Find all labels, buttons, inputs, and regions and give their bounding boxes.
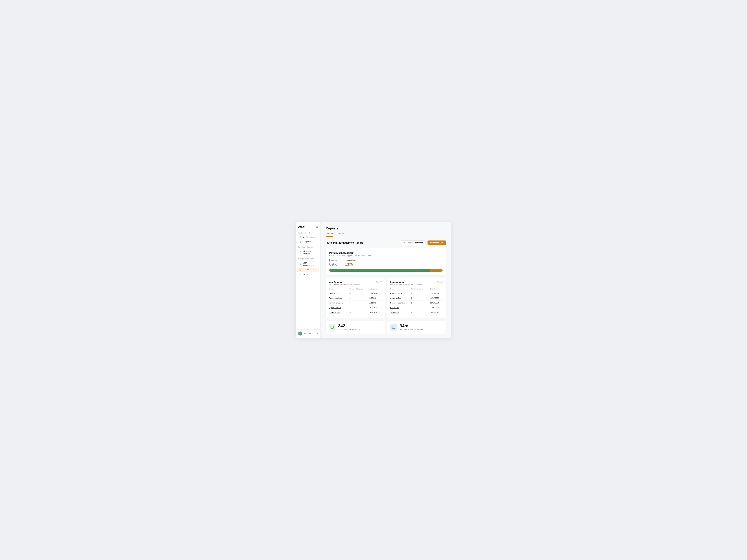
sidebar-toggle-icon[interactable]: ⊟ (316, 225, 318, 228)
least-engaged-subtitle: Participants with the least number of se… (390, 284, 443, 285)
most-engaged-table: Name Number of Session Last Session Frei… (329, 287, 382, 315)
participant-name[interactable]: Marina Branscome (329, 300, 350, 305)
col-last-most: Last Session (369, 287, 382, 291)
most-engaged-subtitle: Participants with the most number of ses… (329, 284, 382, 285)
participant-name[interactable]: Ryland Caraway (329, 305, 350, 310)
progress-bar-fill (329, 269, 430, 272)
table-row: Arlene McCoy 1 11/17/2024 (390, 296, 443, 300)
session-count: 3 (411, 310, 430, 315)
participant-name[interactable]: Esther Howard (390, 291, 411, 296)
sidebar-item-label-reports: Reports (303, 269, 309, 271)
report-title: Participant Engagement Report (326, 241, 363, 244)
sidebar-item-settings[interactable]: Settings (297, 272, 319, 276)
last-session-date: 11/10/2024 (430, 300, 443, 305)
timeframe-button[interactable]: Time Frame: Past Week (400, 240, 426, 245)
avg-dosage-label: Avg Dosage Time per Session (400, 328, 423, 330)
sidebar-item-interactive-journals[interactable]: Interactive Journals (297, 249, 319, 256)
report-actions: Time Frame: Past Week Download CSV (400, 240, 446, 245)
avg-dosage-value: 34m (400, 324, 423, 328)
session-count: 1 (411, 291, 430, 296)
sidebar-item-label-programs: Programs (303, 241, 311, 243)
sidebar-item-my-participants[interactable]: My Participants (297, 235, 319, 239)
svg-rect-8 (331, 326, 334, 328)
engaged-dot (329, 259, 330, 262)
user-menu-icon[interactable]: ⋯ (316, 332, 318, 335)
bottom-stats-row: 342 Avg Sessions per Participant 34m Avg… (326, 321, 446, 334)
sidebar-item-reports[interactable]: Reports (297, 268, 319, 272)
engaged-label: Engaged (329, 259, 337, 262)
page-title: Reports (326, 226, 446, 230)
sidebar-item-label-journals: Interactive Journals (303, 250, 317, 255)
session-count: 1 (411, 296, 430, 300)
programs-icon (300, 241, 302, 243)
table-row: Freida Varnes 46 11/24/2024 (329, 291, 382, 296)
sidebar-user-area: JD John Doe ⋯ (296, 329, 320, 336)
session-count: 26 (350, 310, 369, 315)
user-info: JD John Doe (298, 331, 311, 336)
col-name-least: Name (390, 287, 411, 291)
engagement-stats: Engaged 89% Not Engaged 11% (329, 259, 443, 267)
progress-bar (329, 269, 443, 272)
last-session-date: 10/28/2024 (369, 305, 382, 310)
svg-point-5 (301, 264, 301, 264)
col-sessions-most: Number of Session (350, 287, 369, 291)
svg-rect-2 (300, 241, 301, 242)
least-engaged-card: Least engaged View All Participants with… (387, 278, 446, 318)
last-session-date: 11/24/2024 (369, 291, 382, 296)
tab-general[interactable]: General (326, 233, 333, 237)
participants-icon (300, 236, 302, 238)
table-row: Ryland Caraway 27 10/28/2024 (329, 305, 382, 310)
least-engaged-view-all[interactable]: View All (437, 281, 443, 283)
logo-text: Atlas (298, 225, 305, 229)
main-content: Reports General Journals Participant Eng… (320, 222, 451, 338)
participant-name[interactable]: Jerome Bell (390, 310, 411, 315)
participant-name[interactable]: Robert Fox (390, 305, 411, 310)
not-engaged-stat: Not Engaged 11% (345, 259, 356, 267)
svg-point-0 (300, 236, 301, 237)
last-session-date: 11/17/2024 (430, 296, 443, 300)
participant-name[interactable]: Arlene McCoy (390, 296, 411, 300)
stat-card-avg-dosage: 34m Avg Dosage Time per Session (387, 321, 446, 334)
last-session-date: 11/20/2024 (369, 296, 382, 300)
svg-point-1 (301, 237, 301, 237)
participant-name[interactable]: Tabitha Griggs (329, 310, 350, 315)
avg-sessions-text: 342 Avg Sessions per Participant (338, 324, 360, 330)
last-session-date: 10/28/2024 (369, 310, 382, 315)
section-label-facilitation: Facilitation Tools (296, 232, 320, 235)
table-row: Weston Mcclintock 43 11/20/2024 (329, 296, 382, 300)
participant-name[interactable]: Darlene Robertson (390, 300, 411, 305)
sidebar-item-label-user-management: User Management (303, 262, 317, 266)
avg-sessions-value: 342 (338, 324, 360, 328)
tables-row: Most Engaged View All Participants with … (326, 278, 446, 318)
least-engaged-table: Name Number of Session Last Session Esth… (390, 287, 443, 315)
settings-icon (300, 273, 302, 275)
last-session-date: 11/24/2024 (430, 291, 443, 296)
table-row: Marina Branscome 31 11/11/2024 (329, 300, 382, 305)
last-session-date: 10/28/2024 (430, 310, 443, 315)
col-sessions-least: Number of Session (411, 287, 430, 291)
svg-point-4 (300, 263, 301, 264)
engagement-card-title: Participant Engagement (329, 252, 443, 254)
avg-sessions-icon-box (329, 324, 336, 330)
download-csv-button[interactable]: Download CSV (428, 240, 446, 245)
most-engaged-title: Most Engaged (329, 281, 342, 283)
session-count: 46 (350, 291, 369, 296)
timeframe-label: Time Frame: (403, 242, 413, 244)
session-count: 2 (411, 305, 430, 310)
tab-journals[interactable]: Journals (336, 233, 344, 237)
journals-icon (300, 251, 302, 254)
timeframe-value: Past Week (414, 242, 423, 244)
tab-bar: General Journals (326, 233, 446, 237)
not-engaged-value: 11% (345, 262, 356, 267)
participant-name[interactable]: Freida Varnes (329, 291, 350, 296)
sidebar-item-user-management[interactable]: User Management (297, 261, 319, 267)
avatar: JD (298, 331, 302, 336)
sidebar: Atlas ⊟ Facilitation Tools My Participan… (296, 222, 320, 338)
most-engaged-view-all[interactable]: View All (376, 281, 382, 283)
report-header: Participant Engagement Report Time Frame… (326, 240, 446, 245)
engagement-card: Participant Engagement Participants who … (326, 248, 446, 275)
user-management-icon (300, 263, 302, 265)
sidebar-item-programs[interactable]: Programs (297, 240, 319, 244)
participant-name[interactable]: Weston Mcclintock (329, 296, 350, 300)
avg-dosage-icon-box (390, 324, 397, 330)
